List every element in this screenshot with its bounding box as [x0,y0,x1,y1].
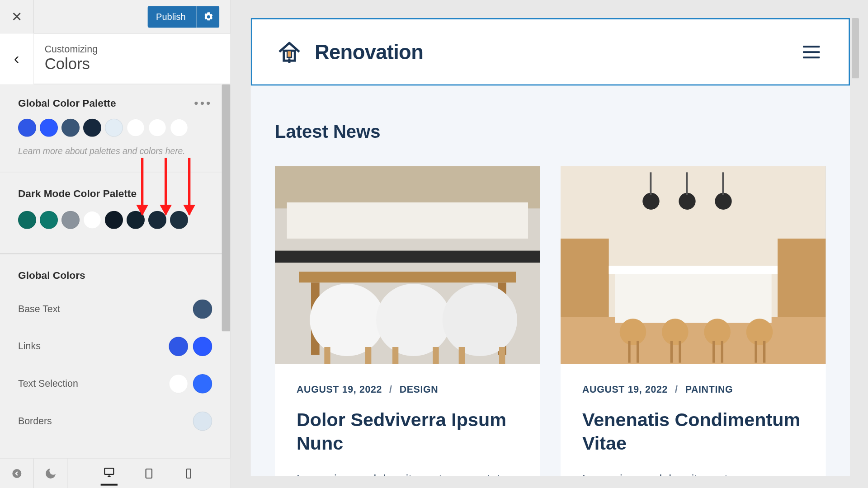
color-value-swatch[interactable] [193,300,212,319]
palette-swatch[interactable] [40,211,58,229]
palette-swatch[interactable] [105,119,123,137]
svg-rect-3 [187,469,191,478]
palette-swatch[interactable] [83,211,101,229]
svg-point-38 [662,319,689,345]
post-thumbnail [561,166,826,364]
svg-rect-19 [392,347,398,364]
customizer-sidebar: ✕ Publish ‹ Customizing Colors Global Co… [0,0,231,488]
svg-rect-39 [670,341,673,363]
color-value-swatch[interactable] [169,374,188,394]
svg-rect-26 [778,239,826,317]
svg-rect-25 [561,239,609,317]
palette-more-button[interactable]: ••• [194,96,212,110]
menu-button[interactable] [803,46,820,58]
post-card[interactable]: AUGUST 19, 2022/PAINTING Venenatis Condi… [561,166,826,476]
svg-rect-6 [288,58,291,63]
svg-rect-11 [299,272,516,282]
annotation-arrow [165,158,167,214]
annotation-arrow [188,158,190,214]
svg-point-44 [746,319,773,345]
color-value-swatch[interactable] [193,374,212,394]
post-title[interactable]: Dolor Sedviverra Ipsum Nunc [297,408,519,455]
preview-frame: Renovation Latest News [251,18,850,476]
color-value-swatch[interactable] [169,337,188,356]
device-desktop-button[interactable] [101,461,118,485]
svg-rect-37 [637,341,639,363]
post-card[interactable]: AUGUST 19, 2022/DESIGN Dolor Sedviverra … [275,166,540,476]
global-palette-title: Global Color Palette [18,97,116,109]
palette-swatch[interactable] [18,119,36,137]
desktop-icon [103,466,115,479]
color-value-swatch[interactable] [193,337,212,356]
sidebar-scrollbar[interactable] [222,84,231,332]
post-excerpt: Lorem ipsum dolor sit amet, consectetur … [297,469,519,476]
palette-swatch[interactable] [18,211,36,229]
palette-swatch[interactable] [83,119,101,137]
svg-rect-40 [679,341,681,363]
svg-point-33 [715,193,731,210]
dark-palette-title: Dark Mode Color Palette [18,188,212,200]
publish-settings-button[interactable] [197,6,220,28]
close-customizer-button[interactable]: ✕ [0,0,34,33]
brand-title: Renovation [315,40,423,64]
svg-rect-18 [365,347,371,364]
svg-point-41 [704,319,731,345]
post-title[interactable]: Venenatis Condimentum Vitae [582,408,804,455]
svg-rect-20 [433,347,439,364]
svg-rect-9 [287,202,528,239]
svg-point-14 [310,284,384,356]
collapse-button[interactable] [0,459,34,488]
post-meta: AUGUST 19, 2022/PAINTING [582,385,804,395]
annotation-arrow [141,158,143,214]
tablet-icon [143,467,155,479]
svg-rect-43 [721,341,723,363]
svg-rect-1 [104,468,113,474]
device-tablet-button[interactable] [141,461,157,485]
svg-rect-21 [459,347,465,364]
post-thumbnail [275,166,540,364]
site-header[interactable]: Renovation [251,18,850,85]
svg-rect-8 [275,166,540,208]
svg-rect-34 [722,172,724,195]
color-value-swatch[interactable] [193,412,212,431]
svg-rect-30 [650,172,651,195]
svg-point-29 [642,193,659,210]
mobile-icon [183,467,195,479]
palette-swatch[interactable] [170,119,188,137]
section-header: ‹ Customizing Colors [0,34,230,84]
svg-rect-32 [686,172,688,195]
palette-swatch[interactable] [61,119,80,137]
global-colors-title: Global Colors [18,270,212,282]
moon-icon [44,467,57,480]
palette-hint[interactable]: Learn more about palettes and colors her… [18,146,212,156]
back-button[interactable]: ‹ [0,33,34,84]
global-color-row: Links [18,328,212,365]
preview-pane: Renovation Latest News [231,0,868,488]
global-palette-swatches [18,119,212,137]
svg-rect-22 [499,347,505,364]
svg-point-16 [443,284,517,356]
svg-rect-42 [712,341,715,363]
svg-rect-45 [755,341,757,363]
svg-point-35 [620,319,646,345]
svg-rect-10 [275,251,540,263]
breadcrumb-label: Customizing [45,44,98,55]
svg-rect-36 [628,341,630,363]
publish-button[interactable]: Publish [147,6,196,28]
palette-swatch[interactable] [40,119,58,137]
page-heading: Latest News [275,122,826,142]
dark-mode-toggle[interactable] [34,459,68,488]
post-meta: AUGUST 19, 2022/DESIGN [297,385,519,395]
palette-swatch[interactable] [127,119,145,137]
svg-rect-46 [763,341,765,363]
palette-swatch[interactable] [61,211,80,229]
global-color-label: Links [18,341,41,352]
global-color-row: Base Text [18,291,212,328]
preview-scrollbar[interactable] [852,18,859,78]
palette-swatch[interactable] [105,211,123,229]
global-color-label: Borders [18,416,52,427]
global-color-label: Text Selection [18,378,78,389]
palette-swatch[interactable] [148,119,166,137]
gear-icon [203,11,214,22]
device-mobile-button[interactable] [180,461,197,485]
